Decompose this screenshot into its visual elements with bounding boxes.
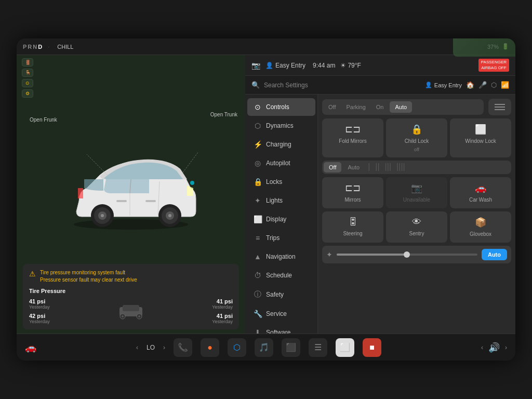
car-wash-icon: 🚗 bbox=[475, 182, 486, 194]
tire-status-icon: ⊙ bbox=[22, 79, 33, 87]
service-icon: 🔧 bbox=[254, 310, 262, 318]
steering-btn[interactable]: 🎛 Steering bbox=[322, 211, 383, 243]
vol-right-chevron[interactable]: › bbox=[505, 344, 507, 351]
charging-label: Charging bbox=[266, 141, 291, 148]
media-btn[interactable]: 🎵 bbox=[255, 338, 273, 357]
rear-right-tire: 41 psi Yesterday bbox=[149, 313, 233, 324]
trips-label: Trips bbox=[266, 234, 280, 242]
brightness-handle[interactable] bbox=[404, 251, 410, 258]
fold-mirrors-btn[interactable]: ⊏⊐ Fold Mirrors bbox=[322, 118, 383, 157]
lights-auto-btn[interactable]: Auto bbox=[390, 101, 412, 113]
wiper-div-3: ||| bbox=[383, 162, 393, 172]
red-app-btn[interactable]: ■ bbox=[363, 338, 381, 357]
phone-btn[interactable]: 📞 bbox=[174, 338, 192, 357]
wiper-row: Off Auto | || ||| |||| bbox=[322, 161, 511, 174]
tire-values-left: 41 psi Yesterday 42 psi Yesterday bbox=[29, 298, 113, 324]
orange-dot-btn[interactable]: ● bbox=[201, 338, 219, 357]
sidebar-item-schedule[interactable]: ⏱ Schedule bbox=[247, 267, 315, 284]
sidebar-item-controls[interactable]: ⊙ Controls bbox=[247, 98, 315, 116]
passenger-badge-line1: PASSENGER bbox=[481, 60, 507, 65]
navigation-icon: ▲ bbox=[254, 252, 262, 261]
lights-extra-btn[interactable] bbox=[488, 99, 511, 115]
car-mini-icon bbox=[115, 301, 147, 322]
search-right-icons: 👤 Easy Entry 🏠 🎤 ⬡ 📶 bbox=[425, 81, 509, 89]
lights-parking-btn[interactable]: Parking bbox=[342, 101, 369, 113]
brightness-slider[interactable] bbox=[337, 254, 477, 256]
lights-buttons: Off Parking On Auto bbox=[322, 99, 484, 115]
lights-off-btn[interactable]: Off bbox=[324, 101, 340, 113]
wiper-div-1: | bbox=[366, 162, 372, 172]
left-chevron[interactable]: ‹ bbox=[136, 344, 138, 351]
bluetooth-icon[interactable]: ⬡ bbox=[491, 81, 497, 89]
volume-icon[interactable]: 🔊 bbox=[488, 342, 500, 353]
software-label: Software bbox=[266, 329, 290, 334]
open-trunk-label[interactable]: Open Trunk bbox=[210, 111, 237, 118]
apps-btn[interactable]: ⬛ bbox=[282, 338, 300, 357]
sidebar-item-navigation[interactable]: ▲ Navigation bbox=[247, 248, 315, 265]
passenger-airbag-badge: PASSENGER AIRBAG OFF bbox=[478, 59, 509, 72]
car-icon-taskbar[interactable]: 🚗 bbox=[25, 342, 36, 353]
drive-mode-label: CHILL bbox=[57, 44, 73, 50]
sidebar-item-trips[interactable]: ≡ Trips bbox=[247, 229, 315, 247]
gear-r: R bbox=[28, 44, 32, 50]
vol-left-chevron[interactable]: ‹ bbox=[481, 344, 483, 351]
safety-icon: ⓘ bbox=[254, 290, 262, 299]
right-chevron[interactable]: › bbox=[163, 344, 165, 351]
sidebar-item-charging[interactable]: ⚡ Charging bbox=[247, 136, 315, 153]
sidebar-item-locks[interactable]: 🔒 Locks bbox=[247, 173, 315, 191]
bottom-taskbar: 🚗 ‹ LO › 📞 ● ⬡ 🎵 ⬛ ☰ ⬜ ■ ‹ 🔊 › bbox=[17, 334, 515, 361]
glovebox-btn[interactable]: 📦 Glovebox bbox=[450, 211, 511, 243]
camera-icon: 📷 bbox=[251, 61, 260, 70]
mirrors-label: Mirrors bbox=[344, 196, 361, 203]
white-sq-btn[interactable]: ⬜ bbox=[336, 338, 354, 357]
more-apps-btn[interactable]: ☰ bbox=[309, 338, 327, 357]
home-icon[interactable]: 🏠 bbox=[466, 81, 474, 89]
sidebar-item-dynamics[interactable]: ⬡ Dynamics bbox=[247, 117, 315, 135]
mic-icon[interactable]: 🎤 bbox=[478, 81, 487, 89]
child-lock-btn[interactable]: 🔒 Child Lock off bbox=[386, 118, 447, 157]
sidebar-item-autopilot[interactable]: ◎ Autopilot bbox=[247, 154, 315, 172]
open-frunk-label[interactable]: Open Frunk bbox=[30, 116, 57, 123]
sidebar-item-software[interactable]: ⬇ Software bbox=[247, 324, 315, 334]
safety-label: Safety bbox=[266, 291, 284, 298]
status-row-1: 🚪 bbox=[22, 58, 240, 66]
search-placeholder[interactable]: Search Settings bbox=[264, 82, 421, 89]
fold-mirrors-label: Fold Mirrors bbox=[339, 138, 366, 144]
bluetooth-taskbar-btn[interactable]: ⬡ bbox=[228, 338, 246, 357]
easy-entry-top-label: 👤 Easy Entry bbox=[265, 62, 305, 69]
sidebar-item-lights[interactable]: ✦ Lights bbox=[247, 192, 315, 209]
sentry-icon: 👁 bbox=[412, 217, 421, 228]
status-row-4: ⚙ bbox=[22, 89, 240, 98]
sentry-label: Sentry bbox=[409, 230, 424, 237]
front-right-sub: Yesterday bbox=[149, 304, 233, 310]
svg-rect-13 bbox=[145, 200, 156, 202]
gear-p: P bbox=[23, 44, 26, 50]
sidebar-item-safety[interactable]: ⓘ Safety bbox=[247, 285, 315, 304]
software-icon: ⬇ bbox=[254, 328, 262, 334]
extras-grid-1: ⊏⊐ Mirrors 📷 Unavailable 🚗 Car Wash bbox=[322, 177, 511, 208]
locks-icon: 🔒 bbox=[254, 178, 262, 186]
brightness-auto-btn[interactable]: Auto bbox=[482, 249, 507, 260]
wiper-off-btn[interactable]: Off bbox=[324, 162, 341, 172]
warning-icon: ⚠ bbox=[29, 270, 36, 278]
svg-rect-23 bbox=[495, 104, 505, 105]
trips-icon: ≡ bbox=[254, 234, 262, 242]
svg-point-22 bbox=[138, 315, 140, 317]
mirrors-btn[interactable]: ⊏⊐ Mirrors bbox=[322, 177, 383, 208]
brightness-icon: ✦ bbox=[326, 250, 332, 259]
front-left-sub: Yesterday bbox=[29, 304, 113, 310]
sentry-btn[interactable]: 👁 Sentry bbox=[386, 211, 447, 243]
window-lock-btn[interactable]: ⬜ Window Lock bbox=[450, 118, 511, 157]
rear-right-sub: Yesterday bbox=[149, 319, 233, 324]
lights-on-btn[interactable]: On bbox=[372, 101, 388, 113]
wiper-auto-btn[interactable]: Auto bbox=[342, 162, 365, 172]
weather-display: ☀ 79°F bbox=[340, 62, 361, 69]
sidebar-item-display[interactable]: ⬜ Display bbox=[247, 210, 315, 228]
car-wash-btn[interactable]: 🚗 Car Wash bbox=[450, 177, 511, 208]
mini-map[interactable] bbox=[453, 38, 515, 57]
signal-icon[interactable]: 📶 bbox=[501, 81, 509, 89]
sidebar-item-service[interactable]: 🔧 Service bbox=[247, 305, 315, 323]
wiper-div-2: || bbox=[373, 162, 381, 172]
glovebox-icon: 📦 bbox=[475, 217, 486, 228]
right-top-bar: 📷 👤 Easy Entry 9:44 am ☀ 79°F PASSENGER … bbox=[245, 55, 515, 76]
